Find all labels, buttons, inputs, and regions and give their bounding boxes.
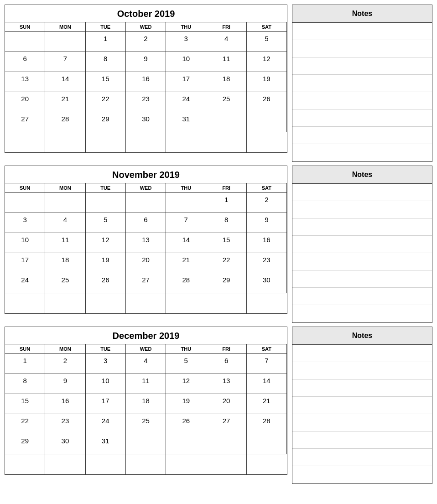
day-cell-1-1-4: 7 — [166, 213, 206, 233]
day-cell-0-1-1: 7 — [45, 52, 85, 72]
day-cell-0-0-4: 3 — [166, 32, 206, 52]
notes-line-2-4[interactable] — [292, 414, 432, 431]
day-cell-2-5-1 — [45, 454, 85, 474]
notes-line-0-3[interactable] — [292, 75, 432, 92]
day-cell-2-5-5 — [206, 454, 246, 474]
notes-line-1-7[interactable] — [292, 305, 432, 322]
day-cell-2-5-0 — [5, 454, 45, 474]
day-cell-0-3-5: 25 — [206, 92, 246, 112]
day-header-0-1: MON — [45, 22, 85, 32]
day-cell-0-2-5: 18 — [206, 72, 246, 92]
day-cell-0-0-1 — [45, 32, 85, 52]
day-cell-0-5-2 — [86, 132, 126, 152]
notes-line-1-4[interactable] — [292, 253, 432, 270]
day-header-1-3: WED — [126, 183, 166, 193]
notes-line-2-0[interactable] — [292, 345, 432, 362]
day-cell-2-4-0: 29 — [5, 434, 45, 454]
notes-line-0-6[interactable] — [292, 127, 432, 144]
notes-line-2-7[interactable] — [292, 466, 432, 483]
day-cell-1-2-6: 16 — [247, 233, 287, 253]
day-cell-1-1-6: 9 — [247, 213, 287, 233]
day-cell-0-5-5 — [206, 132, 246, 152]
day-cell-0-4-2: 29 — [86, 112, 126, 132]
notes-line-0-4[interactable] — [292, 92, 432, 109]
day-cell-0-2-3: 16 — [126, 72, 166, 92]
day-cell-0-0-2: 1 — [86, 32, 126, 52]
day-cell-0-1-6: 12 — [247, 52, 287, 72]
notes-line-1-2[interactable] — [292, 218, 432, 236]
notes-lines-0 — [292, 23, 432, 161]
day-cell-2-4-1: 30 — [45, 434, 85, 454]
notes-line-0-7[interactable] — [292, 144, 432, 161]
notes-line-2-3[interactable] — [292, 397, 432, 414]
notes-line-2-6[interactable] — [292, 449, 432, 466]
day-cell-2-1-0: 8 — [5, 374, 45, 394]
day-cell-1-0-3 — [126, 193, 166, 213]
day-cell-2-1-4: 12 — [166, 374, 206, 394]
month-row-0: October 2019SUNMONTUEWEDTHUFRISAT1234567… — [5, 5, 432, 162]
calendar-grid-1: SUNMONTUEWEDTHUFRISAT1234567891011121314… — [5, 183, 287, 313]
day-cell-0-5-3 — [126, 132, 166, 152]
day-cell-2-0-4: 5 — [166, 354, 206, 374]
day-cell-0-2-1: 14 — [45, 72, 85, 92]
day-header-2-5: FRI — [206, 344, 246, 354]
day-header-2-3: WED — [126, 344, 166, 354]
day-cell-1-3-5: 22 — [206, 253, 246, 273]
day-cell-2-1-2: 10 — [86, 374, 126, 394]
day-header-1-2: TUE — [86, 183, 126, 193]
notes-line-2-1[interactable] — [292, 362, 432, 379]
day-cell-1-0-0 — [5, 193, 45, 213]
day-cell-1-0-1 — [45, 193, 85, 213]
notes-panel-2: Notes — [292, 327, 432, 484]
day-cell-1-2-5: 15 — [206, 233, 246, 253]
day-cell-0-4-0: 27 — [5, 112, 45, 132]
calendar-title-2: December 2019 — [5, 327, 287, 344]
day-cell-2-2-5: 20 — [206, 394, 246, 414]
notes-line-1-1[interactable] — [292, 201, 432, 218]
notes-line-1-0[interactable] — [292, 184, 432, 201]
day-cell-0-0-0 — [5, 32, 45, 52]
day-header-0-0: SUN — [5, 22, 45, 32]
day-cell-0-0-3: 2 — [126, 32, 166, 52]
notes-line-2-2[interactable] — [292, 379, 432, 397]
month-row-1: November 2019SUNMONTUEWEDTHUFRISAT123456… — [5, 166, 432, 323]
day-cell-1-5-6 — [247, 293, 287, 313]
notes-line-1-6[interactable] — [292, 288, 432, 305]
day-cell-1-5-0 — [5, 293, 45, 313]
day-cell-0-3-1: 21 — [45, 92, 85, 112]
day-cell-2-3-4: 26 — [166, 414, 206, 434]
notes-line-2-5[interactable] — [292, 431, 432, 449]
notes-line-0-1[interactable] — [292, 40, 432, 57]
day-cell-1-1-2: 5 — [86, 213, 126, 233]
day-cell-0-3-2: 22 — [86, 92, 126, 112]
day-cell-0-2-4: 17 — [166, 72, 206, 92]
day-cell-2-3-0: 22 — [5, 414, 45, 434]
notes-line-0-2[interactable] — [292, 57, 432, 75]
day-cell-1-1-1: 4 — [45, 213, 85, 233]
day-cell-1-2-3: 13 — [126, 233, 166, 253]
notes-line-0-5[interactable] — [292, 109, 432, 127]
day-cell-0-0-6: 5 — [247, 32, 287, 52]
day-cell-0-3-4: 24 — [166, 92, 206, 112]
day-cell-0-0-5: 4 — [206, 32, 246, 52]
day-cell-2-3-6: 28 — [247, 414, 287, 434]
calendar-1: November 2019SUNMONTUEWEDTHUFRISAT123456… — [5, 166, 287, 314]
day-cell-2-2-3: 18 — [126, 394, 166, 414]
day-header-1-6: SAT — [247, 183, 287, 193]
day-cell-2-0-2: 3 — [86, 354, 126, 374]
day-cell-2-5-2 — [86, 454, 126, 474]
day-cell-1-0-2 — [86, 193, 126, 213]
day-header-1-0: SUN — [5, 183, 45, 193]
day-cell-1-3-1: 18 — [45, 253, 85, 273]
notes-line-1-3[interactable] — [292, 236, 432, 253]
day-cell-1-5-4 — [166, 293, 206, 313]
day-cell-2-3-1: 23 — [45, 414, 85, 434]
day-cell-1-5-2 — [86, 293, 126, 313]
notes-line-1-5[interactable] — [292, 270, 432, 288]
day-cell-2-0-0: 1 — [5, 354, 45, 374]
day-cell-1-5-3 — [126, 293, 166, 313]
day-cell-2-0-1: 2 — [45, 354, 85, 374]
day-cell-2-2-0: 15 — [5, 394, 45, 414]
day-cell-0-1-0: 6 — [5, 52, 45, 72]
notes-line-0-0[interactable] — [292, 23, 432, 40]
